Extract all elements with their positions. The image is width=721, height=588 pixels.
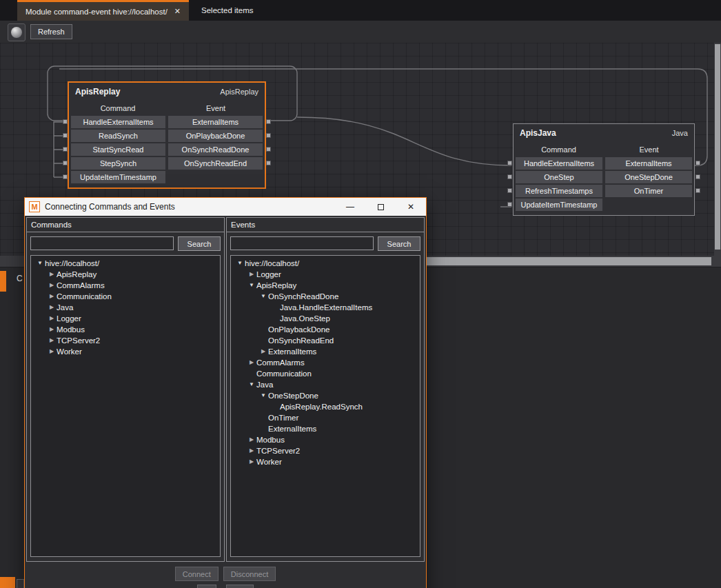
chevron-right-icon[interactable]: ▶: [47, 302, 57, 313]
partial-button[interactable]: [197, 585, 216, 588]
event-slot[interactable]: ExternalItems: [168, 116, 263, 128]
tree-item[interactable]: Communication: [231, 368, 420, 379]
command-slot[interactable]: StartSyncRead: [71, 143, 165, 156]
chevron-right-icon[interactable]: ▶: [47, 280, 57, 291]
event-slot[interactable]: OnPlaybackDone: [168, 130, 263, 142]
command-port[interactable]: [63, 161, 68, 165]
tree-item[interactable]: ▶Logger: [231, 269, 420, 280]
tab-selected-items[interactable]: Selected items: [193, 0, 261, 21]
tree-item[interactable]: ▶Modbus: [231, 434, 420, 445]
chevron-down-icon[interactable]: ▼: [35, 258, 45, 269]
event-slot[interactable]: OneStepDone: [605, 171, 692, 183]
tree-item[interactable]: ▶Communication: [31, 291, 220, 302]
chevron-right-icon[interactable]: ▶: [47, 335, 57, 346]
tree-item[interactable]: ▶CommAlarms: [31, 280, 220, 291]
chevron-right-icon[interactable]: ▶: [247, 357, 256, 368]
chevron-down-icon[interactable]: ▼: [258, 291, 268, 302]
tree-item[interactable]: ▼Java: [231, 379, 420, 390]
collapsed-side-tab[interactable]: [0, 271, 6, 292]
maximize-button[interactable]: [365, 198, 396, 216]
minimize-button[interactable]: —: [335, 198, 365, 216]
vertical-scrollbar-thumb[interactable]: [715, 44, 720, 250]
tab-module-command-event[interactable]: Module command-event hive://localhost/ ✕: [17, 0, 189, 21]
tree-item[interactable]: ▶ExternalItems: [231, 346, 420, 357]
tree-item[interactable]: ▼OneStepDone: [231, 390, 420, 401]
command-slot[interactable]: ReadSynch: [71, 130, 165, 142]
event-port[interactable]: [266, 119, 271, 124]
chevron-right-icon[interactable]: ▶: [47, 291, 57, 302]
command-port[interactable]: [63, 133, 68, 138]
tree-item[interactable]: ▼hive://localhost/: [231, 258, 420, 269]
chevron-down-icon[interactable]: ▼: [235, 258, 245, 269]
chevron-right-icon[interactable]: ▶: [47, 269, 57, 280]
node-ApisReplay[interactable]: ApisReplayApisReplayCommandEventHandleEx…: [68, 81, 266, 189]
tab-close-icon[interactable]: ✕: [174, 7, 181, 16]
event-port[interactable]: [695, 161, 700, 165]
bottom-left-partial-button[interactable]: [17, 579, 24, 588]
command-port[interactable]: [63, 147, 68, 152]
event-slot[interactable]: ExternalItems: [605, 157, 692, 170]
commands-search-input[interactable]: [30, 236, 174, 250]
tree-item[interactable]: ▼ApisReplay: [231, 280, 420, 291]
tree-item[interactable]: ApisReplay.ReadSynch: [231, 401, 420, 412]
tree-item[interactable]: Java.OneStep: [231, 313, 420, 324]
events-tree[interactable]: ▼hive://localhost/▶Logger▼ApisReplay▼OnS…: [230, 255, 420, 557]
command-port[interactable]: [63, 174, 68, 179]
tree-item[interactable]: ExternalItems: [231, 423, 420, 434]
tree-item[interactable]: OnPlaybackDone: [231, 324, 420, 335]
node-ApisJava[interactable]: ApisJavaJavaCommandEventHandleExternalIt…: [513, 123, 695, 216]
tree-item[interactable]: ▶CommAlarms: [231, 357, 420, 368]
command-port[interactable]: [507, 174, 512, 179]
tree-item[interactable]: ▶Worker: [31, 346, 220, 357]
close-button[interactable]: ✕: [396, 198, 426, 216]
chevron-right-icon[interactable]: ▶: [47, 313, 57, 324]
chevron-down-icon[interactable]: ▼: [247, 280, 256, 291]
bottom-left-collapsed-tab[interactable]: [0, 577, 15, 588]
tree-item[interactable]: ▶Worker: [231, 456, 420, 467]
command-slot[interactable]: StepSynch: [71, 157, 165, 170]
connect-button[interactable]: Connect: [175, 567, 219, 581]
event-slot[interactable]: OnSynchReadEnd: [168, 157, 263, 170]
command-slot[interactable]: OneStep: [516, 171, 602, 183]
command-port[interactable]: [507, 161, 512, 165]
tree-item[interactable]: ▶Modbus: [31, 324, 220, 335]
tree-item[interactable]: ▶TCPServer2: [31, 335, 220, 346]
tree-item[interactable]: ▶TCPServer2: [231, 445, 420, 456]
event-port[interactable]: [266, 133, 271, 138]
chevron-right-icon[interactable]: ▶: [247, 434, 256, 445]
event-port[interactable]: [266, 161, 271, 165]
chevron-right-icon[interactable]: ▶: [47, 346, 57, 357]
chevron-right-icon[interactable]: ▶: [247, 269, 256, 280]
event-port[interactable]: [695, 188, 700, 193]
tree-item[interactable]: Java.HandleExternalItems: [231, 302, 420, 313]
command-slot[interactable]: HandleExternalItems: [516, 157, 602, 170]
chevron-right-icon[interactable]: ▶: [258, 346, 268, 357]
tree-item[interactable]: ▼hive://localhost/: [31, 258, 220, 269]
dialog-titlebar[interactable]: M Connecting Commands and Events — ✕: [25, 198, 426, 216]
command-slot[interactable]: RefreshTimestamps: [516, 185, 602, 197]
commands-search-button[interactable]: Search: [178, 236, 221, 251]
command-slot[interactable]: UpdateItemTimestamp: [71, 171, 165, 183]
chevron-right-icon[interactable]: ▶: [47, 324, 57, 335]
tree-item[interactable]: OnSynchReadEnd: [231, 335, 420, 346]
events-search-input[interactable]: [230, 236, 374, 250]
chevron-down-icon[interactable]: ▼: [258, 390, 268, 401]
tree-item[interactable]: OnTimer: [231, 412, 420, 423]
command-port[interactable]: [507, 202, 512, 207]
refresh-button[interactable]: Refresh: [30, 24, 72, 39]
tree-item[interactable]: ▶Java: [31, 302, 220, 313]
event-slot[interactable]: OnTimer: [605, 185, 692, 197]
tree-item[interactable]: ▼OnSynchReadDone: [231, 291, 420, 302]
disconnect-button[interactable]: Disconnect: [223, 567, 276, 581]
command-port[interactable]: [507, 188, 512, 193]
event-port[interactable]: [695, 174, 700, 179]
command-slot[interactable]: UpdateItemTimestamp: [516, 199, 602, 211]
event-slot[interactable]: OnSynchReadDone: [168, 143, 263, 156]
tree-item[interactable]: ▶ApisReplay: [31, 269, 220, 280]
event-port[interactable]: [266, 147, 271, 152]
vertical-scrollbar[interactable]: [714, 43, 721, 256]
chevron-right-icon[interactable]: ▶: [247, 456, 256, 467]
panel-expander-button[interactable]: [8, 23, 26, 41]
tree-item[interactable]: ▶Logger: [31, 313, 220, 324]
chevron-right-icon[interactable]: ▶: [247, 445, 256, 456]
